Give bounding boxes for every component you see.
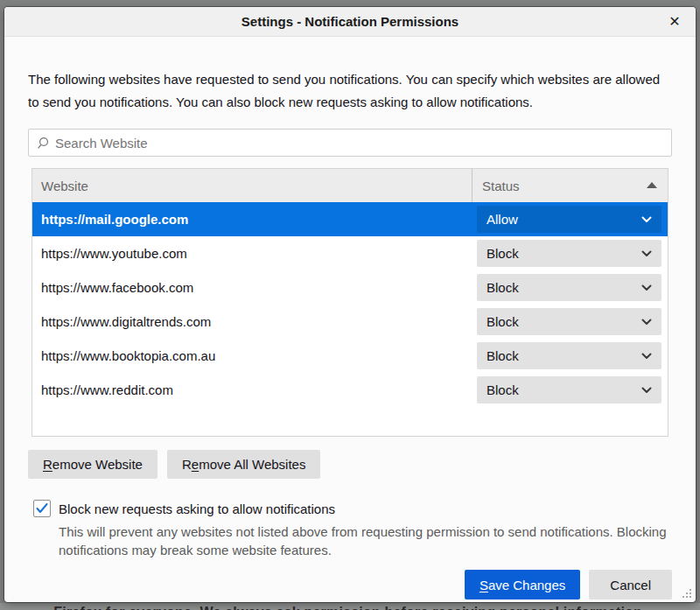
website-url: https://www.facebook.com [32, 280, 472, 295]
background-page-text: Firefox for everyone. We always ask perm… [0, 603, 700, 610]
block-new-requests-label: Block new requests asking to allow notif… [59, 501, 335, 516]
website-url: https://mail.google.com [32, 212, 472, 227]
resize-grip-icon[interactable] [682, 589, 692, 599]
remove-website-button[interactable]: Remove Website [28, 450, 158, 479]
close-icon[interactable]: ✕ [662, 7, 687, 37]
table-row[interactable]: https://www.digitaltrends.com Block [32, 305, 668, 339]
column-header-status[interactable]: Status [472, 169, 668, 202]
table-row[interactable]: https://mail.google.com Allow [32, 202, 668, 236]
permissions-table: Website Status https://mail.google.com A… [32, 168, 668, 437]
save-changes-button[interactable]: Save Changes [465, 570, 580, 599]
status-select[interactable]: Block [477, 342, 662, 369]
search-box [28, 129, 672, 157]
table-row[interactable]: https://www.facebook.com Block [32, 270, 668, 305]
search-icon [37, 137, 49, 150]
chevron-down-icon [641, 353, 652, 360]
dialog-titlebar: Settings - Notification Permissions ✕ [4, 7, 696, 37]
chevron-down-icon [641, 284, 652, 291]
chevron-down-icon [641, 319, 652, 326]
website-url: https://www.digitaltrends.com [32, 314, 472, 329]
block-new-requests-description: This will prevent any websites not liste… [59, 522, 671, 559]
table-header: Website Status [32, 169, 668, 202]
status-select[interactable]: Block [477, 240, 662, 267]
notification-permissions-dialog: Settings - Notification Permissions ✕ Th… [4, 7, 696, 602]
remove-all-websites-button[interactable]: Remove All Websites [167, 450, 320, 479]
table-row[interactable]: https://www.youtube.com Block [32, 236, 668, 270]
status-select[interactable]: Block [477, 376, 662, 403]
website-url: https://www.reddit.com [32, 382, 472, 397]
cancel-button[interactable]: Cancel [589, 570, 672, 599]
intro-text: The following websites have requested to… [28, 68, 672, 114]
block-new-requests-row: Block new requests asking to allow notif… [28, 500, 672, 517]
list-actions: Remove Website Remove All Websites [28, 450, 672, 479]
table-empty-area [32, 407, 668, 436]
chevron-down-icon [641, 387, 652, 394]
dialog-title: Settings - Notification Permissions [4, 7, 696, 37]
chevron-down-icon [641, 216, 652, 223]
website-url: https://www.youtube.com [32, 246, 472, 261]
search-input[interactable] [55, 136, 663, 151]
table-row[interactable]: https://www.booktopia.com.au Block [32, 339, 668, 373]
dialog-footer: Save Changes Cancel [28, 570, 672, 599]
website-url: https://www.booktopia.com.au [32, 348, 472, 363]
sort-ascending-icon [647, 182, 657, 188]
column-header-website[interactable]: Website [32, 169, 472, 202]
status-select[interactable]: Allow [477, 206, 662, 233]
chevron-down-icon [641, 250, 652, 257]
dialog-content: The following websites have requested to… [4, 37, 696, 602]
block-new-requests-checkbox[interactable] [33, 500, 51, 517]
status-select[interactable]: Block [477, 308, 662, 335]
table-row[interactable]: https://www.reddit.com Block [32, 373, 668, 407]
status-select[interactable]: Block [477, 274, 662, 301]
checkmark-icon [36, 503, 48, 514]
